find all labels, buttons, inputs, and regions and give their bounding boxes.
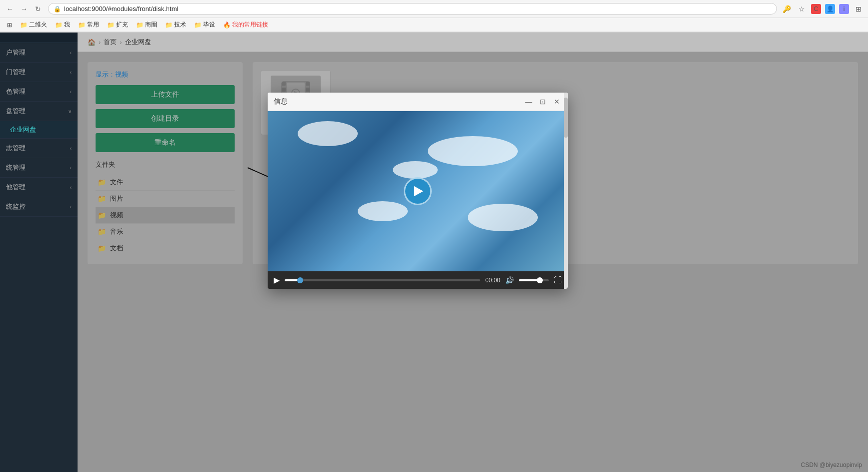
key-icon[interactable]: 🔑 <box>781 4 792 15</box>
sidebar-label: 门管理 <box>6 68 26 77</box>
bookmark-thesis[interactable]: 📁 毕设 <box>191 20 218 30</box>
folder-icon: 📁 <box>98 211 106 219</box>
folder-item-docs[interactable]: 📁 文档 <box>96 240 235 256</box>
svg-rect-5 <box>306 82 310 86</box>
lock-icon: 🔒 <box>54 6 61 13</box>
arrow-icon: ‹ <box>70 146 72 151</box>
arrow-icon: ‹ <box>70 70 72 75</box>
folder-item-files[interactable]: 📁 文件 <box>96 174 235 191</box>
reload-button[interactable]: ↻ <box>32 3 44 15</box>
volume-button[interactable]: 🔊 <box>505 276 514 284</box>
breadcrumb-separator: › <box>99 39 101 46</box>
arrow-icon: ‹ <box>70 185 72 190</box>
sidebar-item-other-management[interactable]: 他管理 ‹ <box>0 178 78 197</box>
browser-right-icons: 🔑 ☆ C 👤 i ⊞ <box>781 4 864 15</box>
folder-icon: 📁 <box>55 22 63 29</box>
folder-icon: 📁 <box>98 178 106 186</box>
sidebar-item-dept-management[interactable]: 门管理 ‹ <box>0 63 78 82</box>
controls-play-button[interactable]: ▶ <box>274 275 280 285</box>
sidebar-item-role-management[interactable]: 色管理 ‹ <box>0 82 78 102</box>
folder-icon: 📁 <box>78 22 86 29</box>
sidebar-item-system-monitor[interactable]: 统监控 ‹ <box>0 197 78 217</box>
dialog-minimize-button[interactable]: — <box>524 97 534 107</box>
breadcrumb-current: 企业网盘 <box>125 38 151 47</box>
sidebar-item-disk-management[interactable]: 盘管理 ∨ <box>0 102 78 121</box>
address-bar[interactable]: 🔒 localhost:9000/#modules/front/disk.htm… <box>48 3 777 15</box>
arrow-icon: ‹ <box>70 89 72 95</box>
sidebar-label: 色管理 <box>6 87 26 96</box>
bookmark-me[interactable]: 📁 我 <box>52 20 73 30</box>
folder-name: 音乐 <box>110 227 123 236</box>
arrow-icon: ‹ <box>70 165 72 171</box>
app-container: 户管理 ‹ 门管理 ‹ 色管理 ‹ 盘管理 ∨ 企业网盘 志管理 ‹ 统管理 ‹… <box>0 33 868 472</box>
forward-button[interactable]: → <box>18 3 30 15</box>
sidebar-item-user-management[interactable]: 户管理 ‹ <box>0 43 78 63</box>
progress-bar[interactable] <box>285 279 480 281</box>
back-button[interactable]: ← <box>4 3 16 15</box>
dialog-close-button[interactable]: ✕ <box>552 97 562 107</box>
fullscreen-button[interactable]: ⛶ <box>554 276 562 285</box>
cloud-2 <box>428 136 518 166</box>
bookmark-extend[interactable]: 📁 扩充 <box>104 20 131 30</box>
sidebar-icon[interactable]: ⊞ <box>853 4 864 15</box>
display-label: 显示：视频 <box>96 70 235 79</box>
dialog-scrollbar[interactable] <box>564 93 568 289</box>
sidebar-header <box>0 33 78 43</box>
upload-button[interactable]: 上传文件 <box>96 85 235 104</box>
dialog-title: 信息 <box>274 97 288 106</box>
rename-button[interactable]: 重命名 <box>96 133 235 152</box>
arrow-icon: ‹ <box>70 204 72 210</box>
browser-toolbar: ← → ↻ 🔒 localhost:9000/#modules/front/di… <box>0 0 868 18</box>
folder-item-videos[interactable]: 📁 视频 <box>96 207 235 224</box>
folder-icon: 📁 <box>107 22 115 29</box>
cloud-5 <box>393 161 438 179</box>
url-text: localhost:9000/#modules/front/disk.html <box>64 5 178 13</box>
video-controls: ▶ 00:00 🔊 ⛶ <box>268 271 568 289</box>
folder-icon: 📁 <box>136 22 144 29</box>
bookmark-common[interactable]: 📁 常用 <box>75 20 102 30</box>
cloud-4 <box>468 204 538 231</box>
folder-name: 视频 <box>110 211 123 220</box>
bookmark-tech[interactable]: 📁 技术 <box>162 20 189 30</box>
arrow-icon: ∨ <box>68 109 72 114</box>
sidebar-item-system-management[interactable]: 统管理 ‹ <box>0 158 78 178</box>
video-container: ▶ 00:00 🔊 ⛶ <box>268 111 568 289</box>
video-play-button[interactable] <box>404 177 432 205</box>
dialog-controls: — ⊡ ✕ <box>524 97 562 107</box>
svg-rect-6 <box>306 88 310 92</box>
create-dir-button[interactable]: 创建目录 <box>96 109 235 128</box>
sidebar-item-log-management[interactable]: 志管理 ‹ <box>0 139 78 158</box>
sidebar-item-enterprise-disk[interactable]: 企业网盘 <box>0 121 78 139</box>
folder-icon: 📁 <box>165 22 173 29</box>
folder-name: 文档 <box>110 244 123 253</box>
folder-item-music[interactable]: 📁 音乐 <box>96 224 235 240</box>
bookmark-erhuihuo[interactable]: 📁 二维火 <box>17 20 50 30</box>
ext-icon-2[interactable]: 👤 <box>825 4 835 14</box>
bookmark-business[interactable]: 📁 商圈 <box>133 20 160 30</box>
volume-bar[interactable] <box>519 279 549 281</box>
bookmark-app[interactable]: ⊞ <box>4 21 15 30</box>
breadcrumb: 🏠 › 首页 › 企业网盘 <box>78 33 868 52</box>
info-dialog[interactable]: 信息 — ⊡ ✕ <box>268 93 568 289</box>
folder-icon: 📁 <box>98 244 106 252</box>
dialog-maximize-button[interactable]: ⊡ <box>538 97 548 107</box>
home-icon[interactable]: 🏠 <box>88 39 96 46</box>
breadcrumb-home[interactable]: 首页 <box>104 38 117 47</box>
ext-icon-1[interactable]: C <box>811 4 821 14</box>
ext-icon-3[interactable]: i <box>839 4 849 14</box>
folder-name: 图片 <box>110 194 123 203</box>
breadcrumb-separator-2: › <box>120 39 122 46</box>
star-icon[interactable]: ☆ <box>796 4 807 15</box>
browser-chrome: ← → ↻ 🔒 localhost:9000/#modules/front/di… <box>0 0 868 33</box>
folder-item-images[interactable]: 📁 图片 <box>96 191 235 207</box>
dialog-scrollbar-thumb <box>564 98 568 138</box>
folder-icon: 📁 <box>194 22 202 29</box>
nav-buttons: ← → ↻ <box>4 3 44 15</box>
bookmark-links[interactable]: 🔥 我的常用链接 <box>220 20 271 30</box>
folder-icon: 📁 <box>98 228 106 236</box>
main-content: 🏠 › 首页 › 企业网盘 显示：视频 上传文件 创建目录 重命名 文件夹 📁 <box>78 33 868 472</box>
fire-icon: 🔥 <box>223 22 231 29</box>
sidebar-label: 志管理 <box>6 144 26 153</box>
svg-rect-1 <box>282 82 286 86</box>
sidebar: 户管理 ‹ 门管理 ‹ 色管理 ‹ 盘管理 ∨ 企业网盘 志管理 ‹ 统管理 ‹… <box>0 33 78 472</box>
